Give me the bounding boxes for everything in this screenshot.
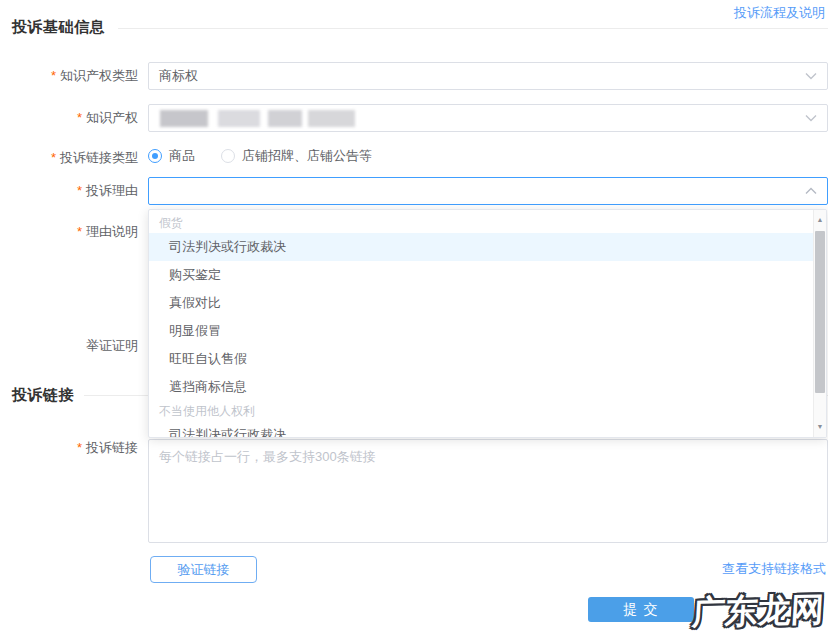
- chevron-down-icon: [805, 72, 817, 80]
- dropdown-item[interactable]: 司法判决或行政裁决: [149, 233, 813, 261]
- field-label-reason: *投诉理由: [0, 183, 138, 199]
- reason-select[interactable]: [148, 177, 828, 205]
- dropdown-item[interactable]: 遮挡商标信息: [149, 373, 813, 401]
- field-label-complaint-link: *投诉链接: [0, 440, 138, 456]
- radio-selected-icon: [148, 149, 162, 163]
- dropdown-item[interactable]: 旺旺自认售假: [149, 345, 813, 373]
- ip-type-selected-value: 商标权: [159, 68, 198, 83]
- field-label-reason-desc: *理由说明: [0, 224, 138, 240]
- required-asterisk: *: [51, 150, 56, 165]
- dropdown-scrollbar[interactable]: ▲ ▼: [813, 210, 826, 437]
- complaint-process-help-link[interactable]: 投诉流程及说明: [734, 4, 825, 22]
- dropdown-group-header: 假货: [149, 213, 813, 233]
- supported-link-format-link[interactable]: 查看支持链接格式: [722, 560, 826, 578]
- radio-label: 店铺招牌、店铺公告等: [242, 147, 372, 165]
- dropdown-item[interactable]: 司法判决或行政裁决: [149, 421, 813, 438]
- section-title-complaint-links: 投诉链接: [12, 386, 74, 405]
- radio-unselected-icon: [221, 149, 235, 163]
- field-label-link-type: *投诉链接类型: [0, 150, 138, 166]
- section-divider: [118, 28, 828, 29]
- reason-dropdown-list: 假货 司法判决或行政裁决 购买鉴定 真假对比 明显假冒 旺旺自认售假 遮挡商标信…: [149, 213, 813, 438]
- field-label-ip: *知识产权: [0, 110, 138, 126]
- dropdown-item[interactable]: 真假对比: [149, 289, 813, 317]
- redacted-ip-value: [160, 110, 355, 127]
- section-title-basic-info: 投诉基础信息: [12, 18, 105, 37]
- radio-label: 商品: [169, 147, 195, 165]
- complaint-form-page: 投诉流程及说明 投诉基础信息 *知识产权类型 商标权 *知识产权 *投诉链接类型: [0, 0, 828, 638]
- dropdown-item[interactable]: 购买鉴定: [149, 261, 813, 289]
- field-label-evidence: 举证证明: [0, 338, 138, 354]
- field-label-ip-type: *知识产权类型: [0, 68, 138, 84]
- scrollbar-thumb[interactable]: [815, 231, 825, 393]
- chevron-up-icon: [805, 187, 817, 195]
- required-asterisk: *: [77, 440, 82, 455]
- dropdown-item[interactable]: 明显假冒: [149, 317, 813, 345]
- reason-dropdown-panel: 假货 司法判决或行政裁决 购买鉴定 真假对比 明显假冒 旺旺自认售假 遮挡商标信…: [148, 209, 827, 438]
- site-watermark-logo: 广东龙网: [691, 587, 826, 636]
- required-asterisk: *: [77, 224, 82, 239]
- verify-links-button[interactable]: 验证链接: [150, 556, 257, 583]
- link-type-radio-group: 商品 店铺招牌、店铺公告等: [148, 147, 398, 165]
- chevron-down-icon: [805, 114, 817, 122]
- submit-button[interactable]: 提交: [588, 597, 694, 622]
- scroll-up-icon[interactable]: ▲: [814, 212, 826, 228]
- ip-select[interactable]: [148, 104, 828, 132]
- required-asterisk: *: [51, 68, 56, 83]
- scroll-down-icon[interactable]: ▼: [814, 419, 826, 435]
- dropdown-group-header: 不当使用他人权利: [149, 401, 813, 421]
- required-asterisk: *: [77, 110, 82, 125]
- radio-option-goods[interactable]: 商品: [148, 147, 195, 165]
- complaint-links-textarea[interactable]: [148, 439, 828, 543]
- required-asterisk: *: [77, 183, 82, 198]
- ip-type-select[interactable]: 商标权: [148, 62, 828, 90]
- radio-option-shop-banner[interactable]: 店铺招牌、店铺公告等: [221, 147, 372, 165]
